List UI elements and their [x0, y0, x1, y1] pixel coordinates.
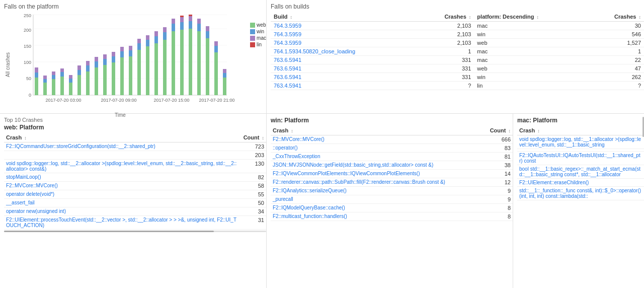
crashes1-sort-icon[interactable]: ↕ [469, 15, 471, 20]
mac-platform-section: mac: Platform Crash ↕ void spdlog::logge… [513, 114, 644, 288]
win-platform-section: win: Platform Crash ↕ Count ↕ F2::MVCore… [267, 114, 513, 288]
svg-rect-24 [60, 72, 64, 77]
table-row: _CxxThrowException 81 [271, 153, 513, 161]
count-cell: 58 [239, 182, 266, 190]
legend-win: win [250, 29, 266, 34]
table-row: F2::IQCommandUser::storeGridConfiguratio… [4, 142, 266, 151]
crash-cell: stopMainLoop() [4, 173, 239, 182]
svg-rect-84 [223, 69, 226, 73]
svg-rect-47 [129, 56, 132, 95]
build-cell: 763.6.5941 [271, 73, 419, 82]
crash-cell: void spdlog::logger::log, std::__2::allo… [4, 160, 239, 173]
build-row: 763.6.5941 331 web 47 [271, 64, 644, 73]
count-cell: 9 [483, 195, 513, 204]
crash-cell: F2::IQModelQueryBase::cache() [271, 204, 483, 212]
table-row: F2::renderer::canvas::path::SubPath::fil… [271, 178, 513, 187]
mac-crash-sort-icon[interactable]: ↕ [537, 128, 540, 133]
crash-cell: void spdlog::logger::log, std::__1::allo… [517, 135, 644, 149]
web-count-col-header: Count ↕ [239, 133, 266, 142]
chart-title: Falls on the platform [4, 3, 266, 10]
table-row: F2::IQViewCommonPlotElements::IQViewComm… [271, 170, 513, 178]
web-count-sort-icon[interactable]: ↕ [262, 135, 265, 140]
svg-text:0: 0 [29, 93, 31, 98]
web-scrollbar[interactable] [4, 231, 266, 232]
bar-chart-svg: 0 50 100 150 200 250 [18, 12, 234, 105]
svg-rect-36 [95, 61, 98, 67]
build-cell: 763.4.5941 [271, 82, 419, 90]
chart-container: All crashes web win mac lin [4, 12, 266, 118]
svg-rect-41 [112, 62, 115, 95]
build-sort-icon[interactable]: ↕ [290, 15, 293, 20]
count-cell: 8 [483, 212, 513, 221]
build-row: 763.4.5941 ? lin ? [271, 82, 644, 90]
svg-rect-51 [137, 43, 141, 50]
count-cell: 31 [239, 216, 266, 230]
bottom-section: Top 10 Crashes web: Platform Crash ↕ Cou… [0, 113, 644, 288]
svg-rect-73 [197, 31, 201, 95]
platform-cell: mac [474, 56, 589, 64]
builds-table: Build ↕ Crashes ↕ platform: Descending ↕… [271, 12, 644, 90]
crashes2-cell: 1,527 [589, 39, 644, 47]
table-row: F2::MVCore::MVCore() 58 [4, 182, 266, 190]
svg-rect-45 [120, 51, 124, 57]
table-row: void spdlog::logger::log, std::__1::allo… [517, 135, 644, 149]
web-scrollbar-thumb [4, 231, 214, 232]
web-crash-sort-icon[interactable]: ↕ [24, 135, 27, 140]
table-row: bool std::__1::basic_regex>::_match_at_s… [517, 165, 644, 179]
web-platform-label: web: Platform [4, 124, 266, 131]
chart-legend: web win mac lin [250, 22, 266, 48]
crash-cell: _purecall [271, 195, 483, 204]
table-row: void spdlog::logger::log, std::__2::allo… [4, 160, 266, 173]
table-row: F2::MVCore::MVCore() 666 [271, 135, 513, 144]
build-col-header: Build ↕ [271, 12, 419, 22]
crashes1-col-header: Crashes ↕ [419, 12, 474, 22]
table-row: JSON::MVJSONNode::getField(std::basic_st… [271, 161, 513, 170]
svg-rect-46 [120, 47, 124, 51]
svg-rect-67 [180, 17, 184, 22]
platform-cell: mac [474, 22, 589, 30]
svg-rect-83 [223, 73, 226, 78]
table-row: F2::UIElement::eraseChildren() [517, 179, 644, 187]
crashes2-sort-icon[interactable]: ↕ [639, 15, 641, 20]
legend-lin-dot [250, 42, 255, 47]
platform-sort-icon[interactable]: ↕ [536, 15, 539, 20]
table-row: F2::IQAutoTestsUI::IQAutoTestsUI(std::__… [517, 152, 644, 165]
count-cell: 34 [239, 207, 266, 216]
svg-rect-77 [206, 31, 209, 38]
svg-rect-26 [69, 83, 72, 95]
crashes1-cell: 331 [419, 73, 474, 82]
svg-rect-48 [129, 50, 132, 56]
crash-cell: _CxxThrowException [271, 153, 483, 161]
web-crashes-table: Crash ↕ Count ↕ F2::IQCommandUser::store… [4, 133, 266, 230]
legend-lin: lin [250, 42, 266, 47]
svg-rect-63 [172, 24, 175, 31]
table-row: stopMainLoop() 82 [4, 173, 266, 182]
web-platform-section: Top 10 Crashes web: Platform Crash ↕ Cou… [0, 114, 267, 288]
count-cell: 723 [239, 142, 266, 151]
table-row: operator delete(void*) 55 [4, 190, 266, 199]
crash-cell: F2::renderer::canvas::path::SubPath::fil… [271, 178, 483, 187]
platform-cell: web [474, 39, 589, 47]
svg-rect-75 [197, 19, 201, 24]
svg-rect-19 [43, 76, 47, 79]
crashes2-cell: 262 [589, 73, 644, 82]
crash-cell: F2::IQAnalytics::serializeQueue() [271, 187, 483, 195]
crash-cell: operator delete(void*) [4, 190, 239, 199]
legend-web-dot [250, 23, 255, 28]
svg-rect-15 [35, 73, 38, 78]
svg-rect-54 [146, 40, 149, 46]
crash-cell: F2::IQCommandUser::storeGridConfiguratio… [4, 142, 239, 151]
table-row: F2::UIElement::processTouchEvent(std::__… [4, 216, 266, 230]
win-crash-sort-icon[interactable]: ↕ [291, 128, 293, 133]
svg-rect-14 [35, 78, 38, 95]
svg-text:2017-07-20 21:00: 2017-07-20 21:00 [199, 98, 234, 103]
svg-rect-50 [137, 50, 141, 95]
build-row: 763.6.5941 331 win 262 [271, 73, 644, 82]
crashes1-cell: 331 [419, 64, 474, 73]
table-row: F2::IQAnalytics::serializeQueue() 9 [271, 187, 513, 195]
svg-rect-29 [77, 75, 81, 95]
win-crash-col-header: Crash ↕ [271, 126, 483, 135]
win-count-sort-icon[interactable]: ↕ [509, 128, 511, 133]
platform-col-header: platform: Descending ↕ [474, 12, 589, 22]
svg-rect-38 [103, 65, 107, 95]
